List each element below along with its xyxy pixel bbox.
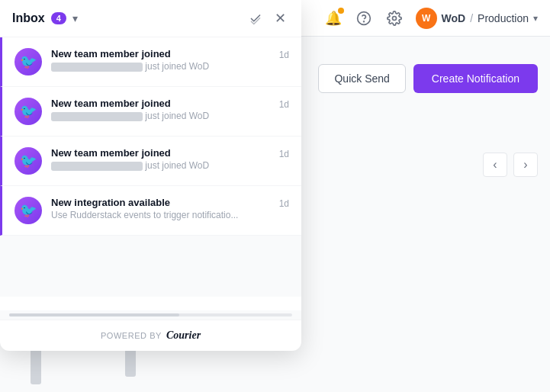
bell-badge (338, 8, 344, 14)
redacted-text (51, 162, 143, 171)
user-name: WoD (442, 12, 466, 24)
brand-name: Courier (166, 329, 201, 342)
inbox-dropdown-icon[interactable]: ▾ (72, 12, 78, 24)
notification-body-suffix: just joined WoD (145, 111, 209, 121)
notification-time: 1d (279, 198, 289, 209)
quick-send-button[interactable]: Quick Send (318, 64, 405, 93)
scrollbar-thumb (9, 313, 179, 316)
notification-body-suffix: just joined WoD (145, 61, 209, 72)
notification-title: New team member joined (51, 48, 270, 59)
notification-body: just joined WoD (51, 160, 270, 171)
notification-time: 1d (279, 50, 289, 60)
bird-icon: 🐦 (20, 202, 37, 219)
bell-icon[interactable]: 🔔 (324, 9, 343, 27)
bird-icon: 🐦 (20, 53, 37, 70)
check-all-icon[interactable] (246, 9, 265, 27)
inbox-badge: 4 (51, 12, 66, 24)
panel-actions: ✕ (246, 9, 289, 27)
scrollbar-container (0, 310, 301, 320)
avatar: 🐦 (14, 48, 42, 76)
prev-page-button[interactable]: ‹ (483, 153, 507, 177)
notification-content: New integration available Use Rudderstac… (51, 197, 270, 220)
inbox-panel: Inbox 4 ▾ ✕ 🐦 New team member joined (0, 0, 301, 351)
notification-content: New team member joined just joined WoD (51, 48, 270, 72)
list-item[interactable]: 🐦 New team member joined just joined WoD… (0, 37, 301, 87)
close-icon[interactable]: ✕ (271, 9, 289, 27)
avatar: 🐦 (14, 98, 42, 125)
action-buttons: Quick Send Create Notification (318, 64, 538, 93)
empty-area (0, 236, 301, 297)
panel-header: Inbox 4 ▾ ✕ (0, 0, 301, 37)
bird-icon: 🐦 (20, 153, 37, 169)
environment-label: Production (478, 12, 529, 24)
notification-content: New team member joined just joined WoD (51, 147, 270, 171)
notification-title: New team member joined (51, 147, 270, 159)
notification-body: just joined WoD (51, 111, 270, 121)
redacted-text (51, 63, 143, 72)
avatar: 🐦 (14, 197, 42, 224)
notification-time: 1d (279, 99, 289, 110)
list-item[interactable]: 🐦 New team member joined just joined WoD… (0, 87, 301, 137)
panel-title-area: Inbox 4 ▾ (12, 11, 78, 25)
create-notification-button[interactable]: Create Notification (413, 64, 538, 93)
separator: / (470, 12, 473, 24)
notification-body-suffix: just joined WoD (145, 160, 209, 171)
help-icon[interactable] (355, 9, 373, 27)
notification-title: New integration available (51, 197, 270, 208)
notification-time: 1d (279, 149, 289, 159)
next-page-button[interactable]: › (513, 153, 538, 177)
powered-by-text: POWERED BY (101, 331, 162, 340)
list-item[interactable]: 🐦 New team member joined just joined WoD… (0, 137, 301, 186)
pagination: ‹ › (483, 153, 538, 177)
chevron-down-icon[interactable]: ▾ (533, 13, 538, 24)
avatar: W (416, 8, 437, 29)
svg-point-1 (363, 21, 364, 21)
inbox-title: Inbox (12, 11, 45, 25)
scrollbar-track[interactable] (9, 313, 292, 316)
notification-list: 🐦 New team member joined just joined WoD… (0, 37, 301, 310)
notification-body: Use Rudderstack events to trigger notifi… (51, 210, 270, 220)
notification-body: just joined WoD (51, 61, 270, 72)
topbar-icons: 🔔 W WoD / Production ▾ (324, 8, 538, 29)
panel-footer: POWERED BY Courier (0, 320, 301, 351)
svg-point-2 (392, 16, 396, 20)
notification-content: New team member joined just joined WoD (51, 98, 270, 121)
bird-icon: 🐦 (20, 103, 37, 120)
redacted-text (51, 112, 143, 121)
avatar: 🐦 (14, 147, 42, 175)
list-item[interactable]: 🐦 New integration available Use Rudderst… (0, 186, 301, 236)
user-info[interactable]: W WoD / Production ▾ (416, 8, 538, 29)
bottom-bar-2 (125, 346, 136, 377)
notification-title: New team member joined (51, 98, 270, 109)
settings-icon[interactable] (385, 9, 404, 27)
